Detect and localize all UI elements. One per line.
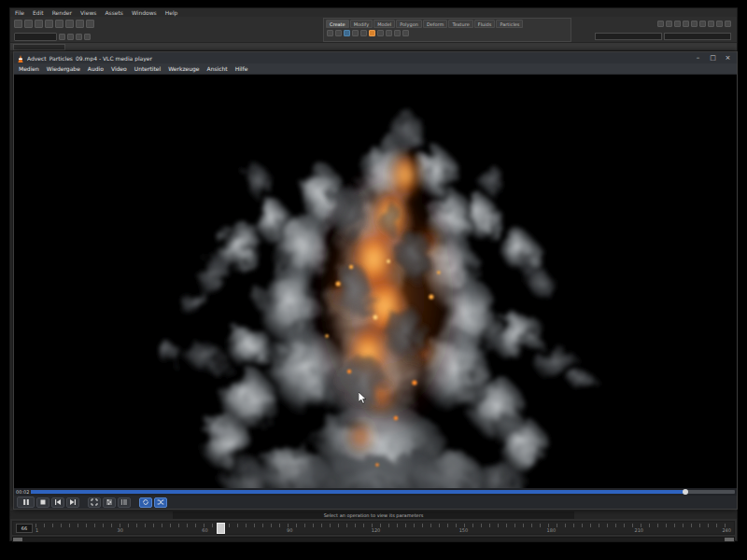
menu-file[interactable]: File (15, 9, 24, 16)
dropdown-field[interactable] (664, 33, 731, 40)
window-title: Advect_Particles_09.mp4 - VLC media play… (27, 55, 689, 62)
shelf-tab[interactable]: Deform (423, 20, 448, 28)
fullscreen-button[interactable] (88, 497, 101, 508)
toolbar-icon[interactable] (657, 21, 664, 27)
menu-video[interactable]: Video (111, 65, 127, 72)
maximize-button[interactable]: □ (707, 53, 719, 63)
toolbar-icon[interactable] (14, 20, 22, 28)
shelf-tool-icon[interactable] (394, 30, 401, 36)
scrollbar-handle-left[interactable] (13, 538, 22, 541)
mouse-cursor (359, 392, 367, 404)
frame-label: 240 (722, 527, 731, 533)
toolbar-icon[interactable] (666, 21, 672, 27)
loop-button[interactable] (139, 497, 152, 508)
app-menubar: File Edit Render Views Assets Windows He… (10, 8, 737, 17)
playlist-button[interactable] (118, 497, 131, 508)
toolbar-icon[interactable] (86, 20, 94, 28)
timeline-labels: 1 30 60 90 120 150 180 210 240 (35, 527, 731, 533)
shelf-panel: Create Modify Model Polygon Deform Textu… (323, 18, 571, 42)
shelf-tool-icon[interactable] (335, 30, 342, 36)
frame-label: 150 (459, 527, 469, 533)
toolbar-icon[interactable] (45, 20, 53, 28)
pause-button[interactable] (17, 497, 35, 508)
dropdown-field[interactable] (595, 33, 662, 40)
elapsed-time: 00:02 (16, 488, 29, 496)
frame-label: 120 (372, 527, 381, 533)
shelf-tab[interactable]: Modify (350, 20, 374, 28)
toolbar-icon[interactable] (65, 20, 74, 28)
menu-audio[interactable]: Audio (88, 65, 104, 72)
video-area[interactable] (14, 75, 737, 488)
menu-assets[interactable]: Assets (105, 9, 123, 16)
shelf-tools (324, 29, 571, 37)
scrollbar-handle-right[interactable] (725, 538, 734, 541)
path-field[interactable] (14, 33, 57, 41)
previous-button[interactable] (51, 497, 64, 508)
toolbar-icon[interactable] (725, 21, 731, 27)
shelf-tabs: Create Modify Model Polygon Deform Textu… (324, 19, 571, 29)
vlc-controls-bar (14, 496, 737, 509)
toolbar-icon[interactable] (716, 21, 723, 27)
random-button[interactable] (154, 497, 167, 508)
frame-label: 60 (202, 527, 207, 533)
menu-werkzeuge[interactable]: Werkzeuge (168, 65, 199, 72)
menu-render[interactable]: Render (52, 9, 72, 16)
status-text: Select an operation to view its paramete… (173, 511, 574, 519)
shelf-tool-icon[interactable] (344, 30, 350, 36)
menu-views[interactable]: Views (80, 9, 96, 16)
current-frame-field[interactable]: 66 (16, 524, 33, 533)
seek-knob[interactable] (683, 489, 688, 495)
toolbar-right-group (571, 17, 735, 43)
menu-untertitel[interactable]: Untertitel (134, 65, 161, 72)
stop-button[interactable] (36, 497, 49, 508)
frame-label: 30 (118, 527, 123, 533)
toolbar-icon[interactable] (708, 21, 714, 27)
timeline-ruler[interactable]: 1 30 60 90 120 150 180 210 240 (35, 523, 731, 534)
toolbar-icon[interactable] (84, 34, 91, 40)
shelf-tool-icon[interactable] (360, 30, 367, 36)
extended-settings-button[interactable] (103, 497, 116, 508)
menu-ansicht[interactable]: Ansicht (207, 65, 228, 72)
shelf-tab[interactable]: Fluids (474, 20, 496, 28)
menu-windows[interactable]: Windows (132, 9, 157, 16)
vlc-menubar: Medien Wiedergabe Audio Video Untertitel… (14, 63, 737, 75)
toolbar-icon[interactable] (691, 21, 698, 27)
app-playbar: 66 1 30 60 90 120 150 180 210 240 (12, 521, 735, 535)
vlc-window: Advect_Particles_09.mp4 - VLC media play… (13, 51, 738, 510)
shelf-tool-icon[interactable] (386, 30, 392, 36)
shelf-tab[interactable]: Polygon (396, 20, 422, 28)
shelf-tool-icon[interactable] (402, 30, 409, 36)
shelf-tool-icon[interactable] (352, 30, 359, 36)
menu-hilfe[interactable]: Hilfe (235, 65, 248, 72)
shelf-tab[interactable]: Particles (496, 20, 523, 28)
shelf-tool-icon[interactable] (327, 30, 333, 36)
menu-edit[interactable]: Edit (33, 9, 44, 16)
toolbar-left-group (10, 17, 98, 43)
close-button[interactable]: × (722, 53, 734, 63)
minimize-button[interactable]: – (692, 53, 704, 63)
toolbar-icon[interactable] (59, 34, 65, 40)
shelf-tool-icon-fire[interactable] (369, 30, 375, 36)
vlc-titlebar[interactable]: Advect_Particles_09.mp4 - VLC media play… (14, 52, 737, 63)
toolbar-icon[interactable] (699, 21, 706, 27)
toolbar-icon[interactable] (35, 20, 43, 28)
menu-medien[interactable]: Medien (19, 65, 39, 72)
timeline-scrollbar[interactable] (12, 537, 735, 542)
timeline-playhead[interactable] (217, 523, 225, 534)
shelf-tab[interactable]: Texture (448, 20, 472, 28)
toolbar-icon[interactable] (674, 21, 681, 27)
toolbar-icon[interactable] (55, 20, 63, 28)
toolbar-icon[interactable] (683, 21, 689, 27)
seek-row: 00:02 (14, 488, 737, 496)
toolbar-icon[interactable] (24, 20, 33, 28)
shelf-tool-icon[interactable] (377, 30, 384, 36)
menu-wiedergabe[interactable]: Wiedergabe (47, 65, 80, 72)
menu-help[interactable]: Help (165, 9, 178, 16)
shelf-tab[interactable]: Create (326, 20, 349, 28)
seek-bar[interactable] (31, 490, 735, 494)
toolbar-icon[interactable] (76, 20, 84, 28)
toolbar-icon[interactable] (67, 34, 74, 40)
next-button[interactable] (66, 497, 79, 508)
toolbar-icon[interactable] (76, 34, 82, 40)
shelf-tab[interactable]: Model (374, 20, 395, 28)
